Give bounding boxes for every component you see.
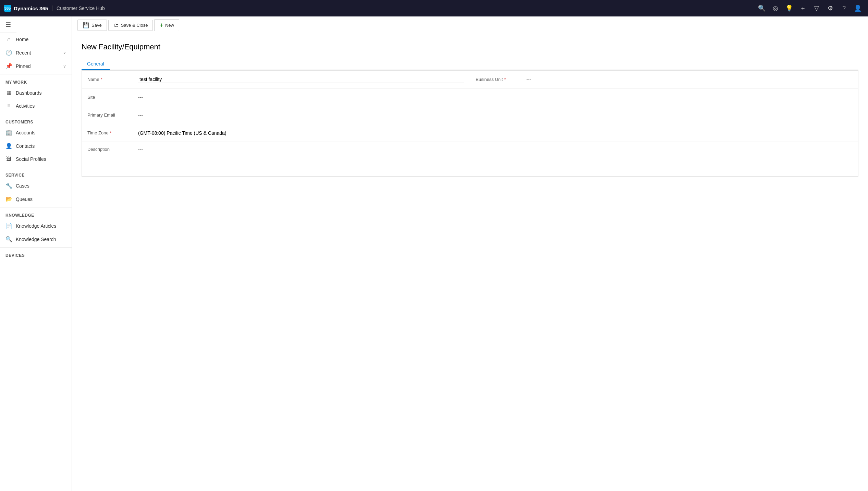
contacts-icon: 👤 bbox=[5, 143, 12, 149]
form-section: Name * Business Unit * --- Site bbox=[82, 70, 858, 177]
form-row-primary-email: Primary Email --- bbox=[82, 106, 858, 124]
activities-icon: ≡ bbox=[5, 103, 12, 109]
sidebar-item-label: Queues bbox=[16, 196, 66, 202]
save-close-button[interactable]: 🗂 Save & Close bbox=[108, 20, 153, 31]
sidebar-divider bbox=[0, 207, 72, 207]
sidebar-item-label: Pinned bbox=[16, 63, 60, 69]
chevron-down-icon: ∨ bbox=[63, 64, 66, 69]
business-unit-value[interactable]: --- bbox=[526, 77, 853, 82]
site-value[interactable]: --- bbox=[138, 95, 853, 100]
sidebar-item-dashboards[interactable]: ▦ Dashboards bbox=[0, 86, 72, 99]
filter-icon[interactable]: ▽ bbox=[810, 2, 823, 14]
sidebar-item-label: Accounts bbox=[16, 130, 66, 135]
sidebar-item-home[interactable]: ⌂ Home bbox=[0, 33, 72, 46]
chevron-down-icon: ∨ bbox=[63, 50, 66, 55]
timezone-value[interactable]: (GMT-08:00) Pacific Time (US & Canada) bbox=[138, 130, 853, 136]
description-label: Description bbox=[87, 147, 135, 152]
sidebar-item-queues[interactable]: 📂 Queues bbox=[0, 192, 72, 206]
form-col-site: Site --- bbox=[82, 88, 858, 106]
primary-email-label: Primary Email bbox=[87, 112, 135, 118]
search-icon[interactable]: 🔍 bbox=[756, 2, 768, 14]
settings-icon[interactable]: ⚙ bbox=[824, 2, 836, 14]
sidebar-item-label: Cases bbox=[16, 183, 66, 189]
required-star: * bbox=[504, 77, 506, 82]
new-button[interactable]: + New bbox=[154, 19, 179, 31]
required-star: * bbox=[101, 77, 102, 82]
goal-icon[interactable]: ◎ bbox=[769, 2, 782, 14]
page-title: New Facility/Equipment bbox=[82, 43, 858, 51]
recent-icon: 🕐 bbox=[5, 49, 12, 56]
content-area: 💾 Save 🗂 Save & Close + New New Facility… bbox=[72, 16, 868, 491]
form-col-business-unit: Business Unit * --- bbox=[470, 71, 858, 88]
new-icon: + bbox=[159, 22, 163, 29]
cases-icon: 🔧 bbox=[5, 182, 12, 189]
sidebar-item-pinned[interactable]: 📌 Pinned ∨ bbox=[0, 59, 72, 73]
sidebar-item-label: Dashboards bbox=[16, 90, 66, 96]
accounts-icon: 🏢 bbox=[5, 129, 12, 136]
create-icon[interactable]: ＋ bbox=[797, 2, 809, 14]
sidebar-item-social-profiles[interactable]: 🖼 Social Profiles bbox=[0, 153, 72, 166]
sidebar-item-label: Social Profiles bbox=[16, 156, 66, 162]
sidebar-item-label: Home bbox=[16, 37, 66, 42]
description-value[interactable]: --- bbox=[138, 147, 853, 152]
section-label-knowledge: Knowledge bbox=[0, 209, 72, 219]
sidebar-item-knowledge-search[interactable]: 🔍 Knowledge Search bbox=[0, 232, 72, 246]
sidebar-item-accounts[interactable]: 🏢 Accounts bbox=[0, 126, 72, 139]
sidebar-divider bbox=[0, 114, 72, 114]
site-label: Site bbox=[87, 95, 135, 100]
save-close-label: Save & Close bbox=[121, 23, 148, 28]
form-row-description: Description --- bbox=[82, 142, 858, 176]
sidebar-item-knowledge-articles[interactable]: 📄 Knowledge Articles bbox=[0, 219, 72, 232]
form-row-site: Site --- bbox=[82, 88, 858, 106]
section-label-mywork: My Work bbox=[0, 76, 72, 86]
pin-icon: 📌 bbox=[5, 63, 12, 69]
hamburger-menu[interactable]: ☰ bbox=[0, 16, 16, 33]
form-col-description: Description --- bbox=[82, 142, 858, 176]
save-icon: 💾 bbox=[83, 22, 89, 28]
lightbulb-icon[interactable]: 💡 bbox=[783, 2, 795, 14]
help-icon[interactable]: ? bbox=[838, 2, 850, 14]
sidebar: ☰ ⌂ Home 🕐 Recent ∨ 📌 Pinned ∨ My Work ▦… bbox=[0, 16, 72, 491]
tabs: General bbox=[82, 58, 858, 70]
form-col-timezone: Time Zone * (GMT-08:00) Pacific Time (US… bbox=[82, 124, 858, 142]
section-label-customers: Customers bbox=[0, 116, 72, 126]
user-icon[interactable]: 👤 bbox=[852, 2, 864, 14]
toolbar: 💾 Save 🗂 Save & Close + New bbox=[72, 16, 868, 34]
app-module-name: Customer Service Hub bbox=[52, 5, 105, 11]
sidebar-item-recent[interactable]: 🕐 Recent ∨ bbox=[0, 46, 72, 59]
section-label-devices: Devices bbox=[0, 249, 72, 259]
required-star: * bbox=[110, 131, 112, 135]
sidebar-item-label: Contacts bbox=[16, 143, 66, 149]
sidebar-divider bbox=[0, 74, 72, 74]
sidebar-item-label: Activities bbox=[16, 103, 66, 109]
form-col-primary-email: Primary Email --- bbox=[82, 106, 858, 124]
name-input[interactable] bbox=[138, 76, 464, 83]
top-navigation: 365 Dynamics 365 Customer Service Hub 🔍 … bbox=[0, 0, 868, 16]
home-icon: ⌂ bbox=[5, 36, 12, 43]
sidebar-item-label: Knowledge Articles bbox=[16, 223, 66, 229]
page-content: New Facility/Equipment General Name * bbox=[72, 34, 868, 491]
save-button[interactable]: 💾 Save bbox=[77, 20, 107, 31]
knowledge-search-icon: 🔍 bbox=[5, 236, 12, 242]
business-unit-label: Business Unit * bbox=[476, 77, 524, 82]
dashboard-icon: ▦ bbox=[5, 89, 12, 96]
social-icon: 🖼 bbox=[5, 156, 12, 162]
topnav-icons: 🔍 ◎ 💡 ＋ ▽ ⚙ ? 👤 bbox=[756, 2, 864, 14]
sidebar-item-activities[interactable]: ≡ Activities bbox=[0, 99, 72, 112]
timezone-label: Time Zone * bbox=[87, 130, 135, 135]
sidebar-item-cases[interactable]: 🔧 Cases bbox=[0, 179, 72, 192]
save-label: Save bbox=[91, 23, 102, 28]
tab-general[interactable]: General bbox=[82, 58, 110, 70]
sidebar-item-label: Knowledge Search bbox=[16, 237, 66, 242]
sidebar-divider bbox=[0, 167, 72, 167]
articles-icon: 📄 bbox=[5, 223, 12, 229]
main-layout: ☰ ⌂ Home 🕐 Recent ∨ 📌 Pinned ∨ My Work ▦… bbox=[0, 16, 868, 491]
sidebar-divider bbox=[0, 247, 72, 248]
brand-logo: 365 Dynamics 365 bbox=[4, 5, 48, 12]
queues-icon: 📂 bbox=[5, 196, 12, 202]
dynamics-logo: 365 bbox=[4, 5, 11, 12]
primary-email-value[interactable]: --- bbox=[138, 112, 853, 118]
brand-name: Dynamics 365 bbox=[14, 5, 48, 11]
form-row-name: Name * Business Unit * --- bbox=[82, 71, 858, 88]
sidebar-item-contacts[interactable]: 👤 Contacts bbox=[0, 139, 72, 153]
